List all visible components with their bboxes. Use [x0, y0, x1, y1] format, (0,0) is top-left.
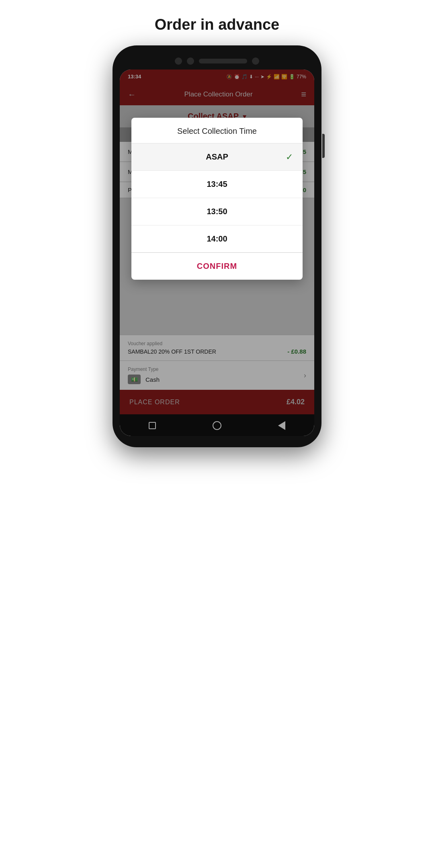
time-option-1400[interactable]: 14:00 [131, 225, 303, 253]
speaker-bar [199, 59, 247, 63]
check-icon: ✓ [286, 152, 293, 162]
time-option-1400-label: 14:00 [207, 234, 227, 244]
page-title: Order in advance [155, 16, 279, 33]
modal: Select Collection Time ASAP ✓ 13:45 13:5… [131, 118, 303, 280]
phone-top-bar [120, 57, 314, 65]
modal-title-bar: Select Collection Time [131, 118, 303, 143]
camera-dot-left [175, 57, 182, 65]
front-camera [252, 57, 259, 65]
confirm-button[interactable]: CONFIRM [131, 253, 303, 280]
side-button [322, 134, 325, 158]
time-option-1350-label: 13:50 [207, 207, 227, 216]
screen: 13:34 🔕 ⏰ 🎵 ⬇ ··· ➤ ⚡ 📶 🛜 🔋 77% ← Place … [120, 70, 314, 436]
time-option-1350[interactable]: 13:50 [131, 198, 303, 225]
time-option-asap-label: ASAP [206, 152, 228, 162]
modal-overlay: Select Collection Time ASAP ✓ 13:45 13:5… [120, 70, 314, 436]
modal-title: Select Collection Time [177, 127, 257, 135]
phone-frame: 13:34 🔕 ⏰ 🎵 ⬇ ··· ➤ ⚡ 📶 🛜 🔋 77% ← Place … [113, 45, 321, 447]
camera-dot-mid [187, 57, 194, 65]
time-option-1345-label: 13:45 [207, 180, 227, 189]
time-option-asap[interactable]: ASAP ✓ [131, 143, 303, 171]
time-option-1345[interactable]: 13:45 [131, 171, 303, 198]
confirm-label: CONFIRM [197, 262, 237, 270]
